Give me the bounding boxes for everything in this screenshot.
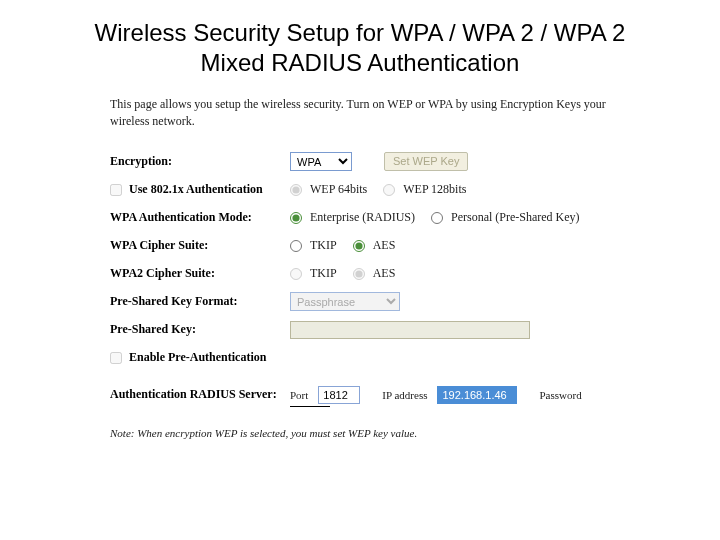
wep64-radio[interactable] — [290, 184, 302, 196]
wpa2-aes-label: AES — [373, 266, 396, 281]
psk-format-select[interactable]: Passphrase — [290, 292, 400, 311]
wpa2-aes-radio[interactable] — [353, 268, 365, 280]
use-8021x-checkbox[interactable] — [110, 184, 122, 196]
ip-label: IP address — [382, 389, 427, 401]
password-label: Password — [539, 389, 581, 401]
radius-label: Authentication RADIUS Server: — [110, 387, 290, 402]
psk-input[interactable] — [290, 321, 530, 339]
wpa2-tkip-radio[interactable] — [290, 268, 302, 280]
wpa2-cipher-label: WPA2 Cipher Suite: — [110, 266, 290, 281]
enterprise-label: Enterprise (RADIUS) — [310, 210, 415, 225]
preauth-checkbox[interactable] — [110, 352, 122, 364]
encryption-select[interactable]: WPA — [290, 152, 352, 171]
page-title: Wireless Security Setup for WPA / WPA 2 … — [0, 0, 720, 86]
encryption-label: Encryption: — [110, 154, 290, 169]
psk-format-row: Pre-Shared Key Format: Passphrase — [110, 290, 620, 314]
auth-mode-row: WPA Authentication Mode: Enterprise (RAD… — [110, 206, 620, 230]
use-8021x-label: Use 802.1x Authentication — [110, 182, 290, 197]
auth-mode-label: WPA Authentication Mode: — [110, 210, 290, 225]
wpa-aes-radio[interactable] — [353, 240, 365, 252]
wpa-tkip-radio[interactable] — [290, 240, 302, 252]
intro-text: This page allows you setup the wireless … — [110, 96, 620, 130]
wpa-cipher-label: WPA Cipher Suite: — [110, 238, 290, 253]
wep64-label: WEP 64bits — [310, 182, 367, 197]
radius-row: Authentication RADIUS Server: Port IP ad… — [110, 386, 620, 404]
wep128-radio[interactable] — [383, 184, 395, 196]
psk-format-label: Pre-Shared Key Format: — [110, 294, 290, 309]
preauth-row: Enable Pre-Authentication — [110, 346, 620, 370]
config-panel: This page allows you setup the wireless … — [0, 86, 720, 439]
use-8021x-row: Use 802.1x Authentication WEP 64bits WEP… — [110, 178, 620, 202]
note-text: Note: When encryption WEP is selected, y… — [110, 427, 620, 439]
enterprise-radio[interactable] — [290, 212, 302, 224]
set-wep-key-button[interactable]: Set WEP Key — [384, 152, 468, 171]
radius-ip-input[interactable] — [437, 386, 517, 404]
wpa2-tkip-label: TKIP — [310, 266, 337, 281]
personal-label: Personal (Pre-Shared Key) — [451, 210, 580, 225]
personal-radio[interactable] — [431, 212, 443, 224]
psk-row: Pre-Shared Key: — [110, 318, 620, 342]
wep128-label: WEP 128bits — [403, 182, 466, 197]
psk-label: Pre-Shared Key: — [110, 322, 290, 337]
radius-port-input[interactable] — [318, 386, 360, 404]
wpa-cipher-row: WPA Cipher Suite: TKIP AES — [110, 234, 620, 258]
encryption-row: Encryption: WPA Set WEP Key — [110, 150, 620, 174]
preauth-label: Enable Pre-Authentication — [110, 350, 290, 365]
port-label: Port — [290, 389, 308, 401]
divider — [290, 406, 330, 407]
wpa-tkip-label: TKIP — [310, 238, 337, 253]
wpa-aes-label: AES — [373, 238, 396, 253]
wpa2-cipher-row: WPA2 Cipher Suite: TKIP AES — [110, 262, 620, 286]
